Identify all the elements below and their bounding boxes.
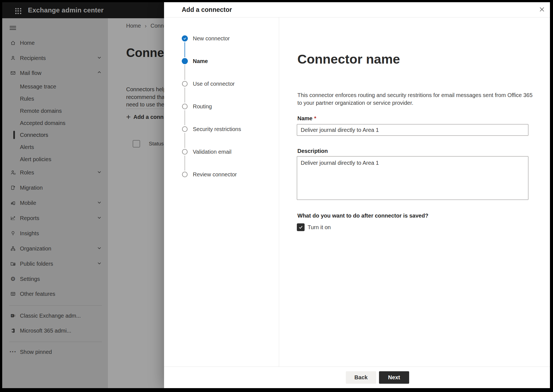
description-textarea[interactable]: Deliver journal directly to Area 1 [297, 156, 528, 200]
name-field-label: Name* [297, 115, 316, 122]
pane-intro-line1: This connector enforces routing and secu… [297, 92, 533, 98]
step-connector-line [185, 133, 185, 148]
dialog-header-divider [164, 17, 550, 17]
app-window: Exchange admin center Home Recipients [2, 2, 550, 388]
step-label-security-restrictions: Security restrictions [193, 126, 241, 132]
step-label-use-of-connector: Use of connector [193, 81, 235, 87]
step-connector-line [185, 88, 185, 103]
close-icon[interactable] [538, 5, 546, 14]
step-label-validation-email: Validation email [193, 149, 232, 155]
check-icon [298, 225, 303, 230]
next-button[interactable]: Next [379, 371, 409, 384]
screenshot-frame: Exchange admin center Home Recipients [0, 0, 553, 392]
step-circle-icon [182, 149, 188, 155]
add-connector-dialog: Add a connector New connector Name Use o… [164, 2, 550, 388]
dialog-title: Add a connector [182, 2, 232, 17]
turn-it-on-checkbox[interactable] [297, 223, 305, 231]
pane-heading: Connector name [297, 51, 400, 67]
step-label-routing: Routing [193, 103, 212, 110]
turn-it-on-label: Turn it on [308, 223, 331, 231]
step-label-review-connector: Review connector [193, 171, 237, 178]
step-label-name: Name [193, 58, 208, 64]
step-circle-icon [182, 126, 188, 132]
step-connector-line [185, 65, 185, 80]
step-circle-icon [182, 104, 188, 109]
description-field-label: Description [297, 148, 328, 154]
step-current-icon [182, 58, 188, 64]
step-circle-icon [182, 81, 188, 87]
name-label-text: Name [297, 115, 312, 121]
step-connector-line [185, 42, 185, 57]
dialog-footer-divider [164, 367, 550, 367]
pane-intro-line2: to your partner organization or service … [297, 100, 413, 106]
step-connector-line [185, 110, 185, 125]
stepper-divider [279, 17, 279, 367]
step-label-new-connector: New connector [193, 35, 230, 42]
after-save-question: What do you want to do after connector i… [297, 213, 428, 219]
back-button[interactable]: Back [346, 371, 376, 384]
step-circle-icon [182, 172, 188, 177]
name-input[interactable] [297, 124, 528, 136]
step-completed-icon [182, 35, 188, 41]
required-asterisk: * [314, 115, 316, 121]
step-connector-line [185, 156, 185, 171]
